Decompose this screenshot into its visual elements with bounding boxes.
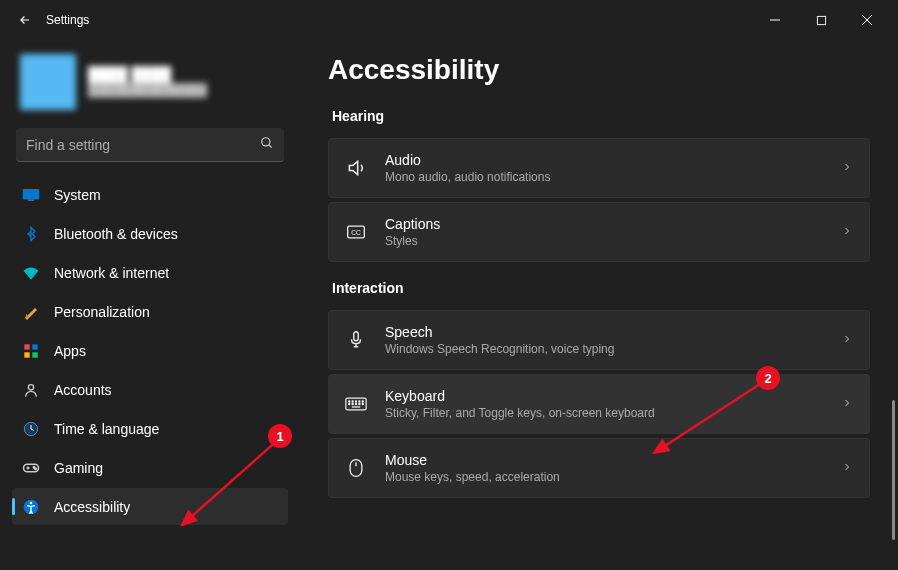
svg-rect-11 — [32, 352, 37, 357]
accounts-icon — [22, 381, 40, 399]
back-button[interactable] — [8, 3, 42, 37]
sidebar-item-label: Accounts — [54, 382, 112, 398]
scrollbar-thumb[interactable] — [892, 400, 895, 540]
card-title: Speech — [385, 324, 823, 340]
svg-rect-1 — [817, 16, 825, 24]
chevron-right-icon — [841, 159, 853, 177]
accessibility-icon — [22, 498, 40, 516]
svg-point-31 — [349, 403, 350, 404]
close-button[interactable] — [844, 4, 890, 36]
card-subtitle: Styles — [385, 234, 823, 248]
bluetooth-icon — [22, 225, 40, 243]
svg-point-29 — [359, 401, 360, 402]
sidebar-item-label: Time & language — [54, 421, 159, 437]
card-title: Audio — [385, 152, 823, 168]
card-title: Keyboard — [385, 388, 823, 404]
sidebar-item-label: Personalization — [54, 304, 150, 320]
card-audio[interactable]: Audio Mono audio, audio notifications — [328, 138, 870, 198]
svg-rect-8 — [24, 344, 29, 349]
card-keyboard[interactable]: Keyboard Sticky, Filter, and Toggle keys… — [328, 374, 870, 434]
maximize-button[interactable] — [798, 4, 844, 36]
card-speech[interactable]: Speech Windows Speech Recognition, voice… — [328, 310, 870, 370]
page-title: Accessibility — [328, 54, 870, 86]
svg-rect-37 — [350, 460, 362, 477]
svg-rect-7 — [28, 199, 34, 201]
network-icon — [22, 264, 40, 282]
svg-rect-6 — [23, 189, 40, 200]
sidebar-item-label: Bluetooth & devices — [54, 226, 178, 242]
apps-icon — [22, 342, 40, 360]
audio-icon — [345, 158, 367, 178]
svg-point-19 — [35, 468, 37, 470]
svg-point-34 — [359, 403, 360, 404]
sidebar-item-label: Network & internet — [54, 265, 169, 281]
sidebar-item-accessibility[interactable]: Accessibility — [12, 488, 288, 525]
time-icon — [22, 420, 40, 438]
svg-point-26 — [349, 401, 350, 402]
sidebar-item-bluetooth[interactable]: Bluetooth & devices — [12, 215, 288, 252]
captions-icon: CC — [345, 224, 367, 240]
profile-name: ████ ████ — [88, 66, 207, 84]
sidebar-item-accounts[interactable]: Accounts — [12, 371, 288, 408]
card-title: Mouse — [385, 452, 823, 468]
svg-point-32 — [352, 403, 353, 404]
annotation-badge-1: 1 — [268, 424, 292, 448]
svg-point-4 — [262, 137, 270, 145]
main-content: Accessibility Hearing Audio Mono audio, … — [300, 40, 898, 570]
annotation-badge-2: 2 — [756, 366, 780, 390]
sidebar-item-system[interactable]: System — [12, 176, 288, 213]
svg-point-30 — [362, 401, 363, 402]
chevron-right-icon — [841, 459, 853, 477]
card-mouse[interactable]: Mouse Mouse keys, speed, acceleration — [328, 438, 870, 498]
personalization-icon — [22, 303, 40, 321]
minimize-button[interactable] — [752, 4, 798, 36]
sidebar-item-network[interactable]: Network & internet — [12, 254, 288, 291]
scrollbar[interactable] — [890, 400, 896, 560]
chevron-right-icon — [841, 395, 853, 413]
card-subtitle: Windows Speech Recognition, voice typing — [385, 342, 823, 356]
sidebar-item-gaming[interactable]: Gaming — [12, 449, 288, 486]
svg-rect-24 — [354, 332, 359, 341]
svg-rect-9 — [32, 344, 37, 349]
speech-icon — [345, 330, 367, 350]
section-heading-hearing: Hearing — [332, 108, 870, 124]
system-icon — [22, 186, 40, 204]
sidebar-item-label: Accessibility — [54, 499, 130, 515]
svg-point-21 — [30, 501, 33, 504]
chevron-right-icon — [841, 223, 853, 241]
nav-list: System Bluetooth & devices Network & int… — [12, 176, 288, 525]
sidebar-item-personalization[interactable]: Personalization — [12, 293, 288, 330]
svg-point-35 — [362, 403, 363, 404]
search-input[interactable] — [26, 137, 260, 153]
window-title: Settings — [46, 13, 752, 27]
search-icon — [260, 136, 274, 154]
avatar — [20, 54, 76, 110]
svg-point-12 — [28, 384, 33, 389]
svg-rect-10 — [24, 352, 29, 357]
card-subtitle: Mono audio, audio notifications — [385, 170, 823, 184]
card-subtitle: Sticky, Filter, and Toggle keys, on-scre… — [385, 406, 823, 420]
svg-point-27 — [352, 401, 353, 402]
profile-block[interactable]: ████ ████ ██████████████ — [12, 48, 288, 124]
search-box[interactable] — [16, 128, 284, 162]
mouse-icon — [345, 458, 367, 478]
card-captions[interactable]: CC Captions Styles — [328, 202, 870, 262]
section-heading-interaction: Interaction — [332, 280, 870, 296]
sidebar-item-label: Apps — [54, 343, 86, 359]
gaming-icon — [22, 459, 40, 477]
svg-point-28 — [355, 401, 356, 402]
card-subtitle: Mouse keys, speed, acceleration — [385, 470, 823, 484]
sidebar-item-label: Gaming — [54, 460, 103, 476]
sidebar-item-time[interactable]: Time & language — [12, 410, 288, 447]
sidebar-item-apps[interactable]: Apps — [12, 332, 288, 369]
svg-line-5 — [269, 144, 272, 147]
svg-point-33 — [355, 403, 356, 404]
card-title: Captions — [385, 216, 823, 232]
keyboard-icon — [345, 396, 367, 412]
sidebar: ████ ████ ██████████████ System Bluetoot… — [0, 40, 300, 570]
svg-text:CC: CC — [351, 229, 361, 236]
chevron-right-icon — [841, 331, 853, 349]
sidebar-item-label: System — [54, 187, 101, 203]
profile-email: ██████████████ — [88, 83, 207, 98]
